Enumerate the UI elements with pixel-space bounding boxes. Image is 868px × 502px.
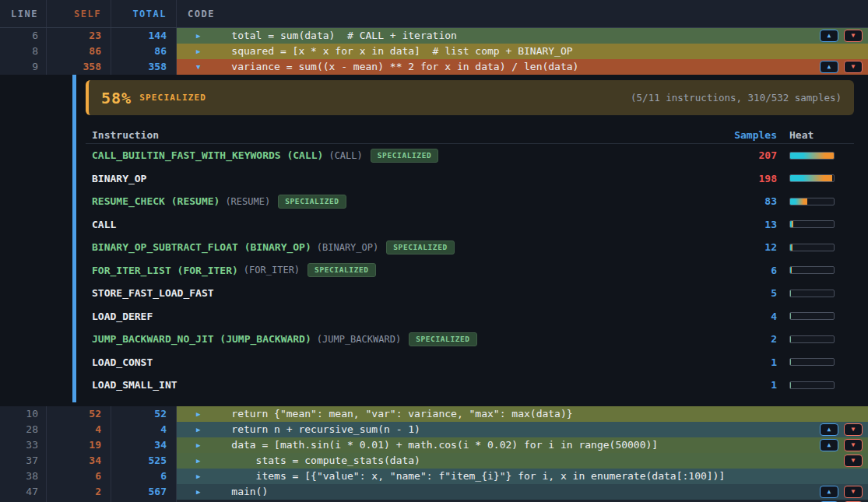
specialization-panel-content: 58% SPECIALIZED (5/11 instructions, 310/…	[86, 75, 854, 406]
jump-down-button[interactable]: ▼	[844, 486, 863, 498]
expander-icon[interactable]: ▶	[196, 422, 207, 437]
down-arrow-icon: ▼	[852, 489, 856, 495]
heat-cell	[787, 220, 854, 228]
line-number: 9	[0, 59, 47, 75]
jump-up-button[interactable]: ▲	[820, 439, 838, 451]
up-arrow-icon: ▲	[828, 33, 831, 39]
self-samples-value: 358	[47, 59, 111, 75]
self-samples-value: 23	[47, 28, 111, 44]
instruction-row: LOAD_DEREF 4	[86, 305, 854, 328]
expander-icon[interactable]: ▶	[196, 28, 207, 44]
heat-bar-fill	[790, 221, 793, 227]
expander-icon[interactable]: ▼	[196, 59, 207, 75]
code-cell[interactable]: ▶ squared = [x * x for x in data] # list…	[177, 44, 868, 59]
expander-icon[interactable]: ▶	[196, 437, 207, 453]
total-samples-value: 144	[111, 28, 177, 44]
code-line-row[interactable]: 28 4 4 ▶ return n + recursive_sum(n - 1)…	[0, 422, 868, 437]
code-cell[interactable]: ▶ data = [math.sin(i * 0.01) + math.cos(…	[177, 437, 868, 453]
self-samples-value: 4	[47, 422, 111, 437]
code-line-row[interactable]: 38 6 6 ▶ items = [{"value": x, "name": f…	[0, 469, 868, 484]
code-cell[interactable]: ▶ total = sum(data) # CALL + iteration ▲…	[177, 28, 868, 44]
instruction-name: RESUME_CHECK (RESUME)	[92, 195, 220, 207]
instruction-name-cell: STORE_FAST_LOAD_FAST	[86, 287, 721, 299]
jump-up-button[interactable]: ▲	[820, 486, 838, 498]
row-nav-buttons: ▼	[844, 455, 863, 467]
jump-down-button[interactable]: ▼	[844, 423, 863, 436]
expander-icon[interactable]: ▶	[196, 453, 207, 469]
expander-icon[interactable]: ▶	[196, 469, 207, 484]
code-line-row[interactable]: 47 2 567 ▶ main() ▲ ▼	[0, 484, 868, 500]
code-text: main()	[207, 484, 820, 500]
self-samples-value: 52	[47, 406, 111, 422]
code-line-row[interactable]: 6 23 144 ▶ total = sum(data) # CALL + it…	[0, 28, 868, 44]
code-rows-top: 6 23 144 ▶ total = sum(data) # CALL + it…	[0, 28, 868, 75]
column-header-self: SELF	[47, 0, 111, 27]
instruction-name: FOR_ITER_LIST (FOR_ITER)	[92, 265, 238, 276]
code-text: squared = [x * x for x in data] # list c…	[207, 44, 863, 59]
jump-up-button[interactable]: ▲	[820, 61, 838, 73]
total-samples-value: 6	[111, 469, 177, 484]
jump-down-button[interactable]: ▼	[844, 455, 863, 467]
row-nav-buttons: ▲ ▼	[820, 439, 863, 451]
base-instruction-name: (CALL)	[329, 150, 362, 161]
code-line-row[interactable]: 9 358 358 ▼ variance = sum((x - mean) **…	[0, 59, 868, 75]
instruction-samples: 12	[721, 241, 777, 253]
specialized-badge: SPECIALIZED	[409, 332, 477, 346]
heat-bar-fill	[790, 336, 791, 342]
column-header-code: CODE	[177, 0, 868, 27]
code-cell[interactable]: ▼ variance = sum((x - mean) ** 2 for x i…	[177, 59, 868, 75]
heat-bar-fill	[790, 290, 791, 297]
code-cell[interactable]: ▶ return {"mean": mean, "var": variance,…	[177, 406, 868, 422]
code-line-row[interactable]: 37 34 525 ▶ stats = compute_stats(data) …	[0, 453, 868, 469]
jump-up-button[interactable]: ▲	[820, 30, 838, 42]
instruction-name-cell: LOAD_CONST	[86, 356, 721, 368]
instruction-samples: 198	[721, 173, 777, 184]
instruction-samples: 4	[721, 311, 777, 322]
self-samples-value: 34	[47, 453, 111, 469]
specialization-summary: 58% SPECIALIZED (5/11 instructions, 310/…	[86, 80, 854, 115]
code-cell[interactable]: ▶ stats = compute_stats(data) ▼	[177, 453, 868, 469]
heat-bar-fill	[790, 267, 792, 273]
instruction-name: BINARY_OP_SUBTRACT_FLOAT (BINARY_OP)	[92, 241, 311, 253]
specialized-badge: SPECIALIZED	[386, 240, 455, 255]
up-arrow-icon: ▲	[828, 489, 831, 495]
profiler-window: LINE SELF TOTAL CODE 6 23 144 ▶ total = …	[0, 0, 868, 502]
expander-icon[interactable]: ▶	[196, 484, 207, 500]
code-cell[interactable]: ▶ return n + recursive_sum(n - 1) ▲ ▼	[177, 422, 868, 437]
code-line-row[interactable]: 8 86 86 ▶ squared = [x * x for x in data…	[0, 44, 868, 59]
instruction-name: CALL_BUILTIN_FAST_WITH_KEYWORDS (CALL)	[92, 149, 323, 161]
expander-icon[interactable]: ▶	[196, 406, 207, 422]
instruction-row: BINARY_OP 198	[86, 167, 854, 191]
line-number: 33	[0, 437, 47, 453]
instruction-name-cell: RESUME_CHECK (RESUME) (RESUME) SPECIALIZ…	[86, 195, 721, 209]
up-arrow-icon: ▲	[828, 64, 831, 70]
code-text: total = sum(data) # CALL + iteration	[207, 28, 820, 44]
line-number: 10	[0, 406, 47, 422]
line-number: 38	[0, 469, 47, 484]
instruction-name: JUMP_BACKWARD_NO_JIT (JUMP_BACKWARD)	[92, 333, 311, 345]
heat-cell	[787, 335, 854, 343]
code-line-row[interactable]: 10 52 52 ▶ return {"mean": mean, "var": …	[0, 406, 868, 422]
jump-down-button[interactable]: ▼	[844, 30, 863, 42]
row-nav-buttons: ▲ ▼	[820, 30, 863, 42]
specialized-badge: SPECIALIZED	[371, 149, 439, 163]
instruction-name-cell: LOAD_SMALL_INT	[86, 379, 721, 391]
jump-down-button[interactable]: ▼	[844, 61, 863, 73]
heat-cell	[787, 312, 854, 320]
down-arrow-icon: ▼	[852, 64, 856, 70]
instruction-row: RESUME_CHECK (RESUME) (RESUME) SPECIALIZ…	[86, 190, 854, 213]
instruction-samples: 207	[721, 149, 777, 161]
total-samples-value: 4	[111, 422, 177, 437]
heat-bar-track	[789, 335, 835, 343]
column-header-samples[interactable]: Samples	[721, 129, 777, 141]
heat-bar-track	[789, 198, 835, 205]
code-line-row[interactable]: 33 19 34 ▶ data = [math.sin(i * 0.01) + …	[0, 437, 868, 453]
jump-down-button[interactable]: ▼	[844, 439, 863, 451]
heat-bar-fill	[790, 244, 792, 251]
expander-icon[interactable]: ▶	[196, 44, 207, 59]
instruction-samples: 5	[721, 287, 777, 299]
code-cell[interactable]: ▶ main() ▲ ▼	[177, 484, 868, 500]
jump-up-button[interactable]: ▲	[820, 423, 838, 436]
code-cell[interactable]: ▶ items = [{"value": x, "name": f"item_{…	[177, 469, 868, 484]
heat-bar-track	[789, 290, 835, 297]
